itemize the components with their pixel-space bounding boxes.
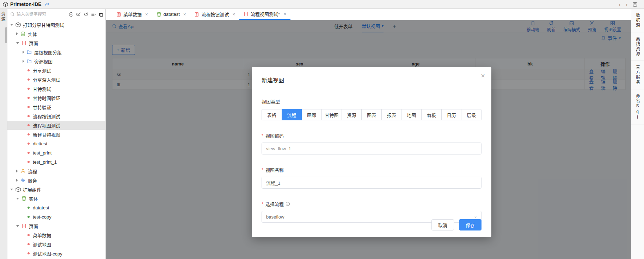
- scrollbar-thumb[interactable]: [5, 27, 7, 43]
- package-icon: [16, 22, 21, 27]
- close-icon[interactable]: ×: [183, 12, 186, 17]
- tree-item-entity-group[interactable]: 实体: [7, 194, 105, 203]
- tree-item-page[interactable]: 甘特测试: [7, 84, 105, 93]
- expand-list-icon[interactable]: [91, 12, 96, 17]
- type-gantt-button[interactable]: 甘特图: [321, 109, 342, 120]
- page-dot-icon: [27, 133, 30, 135]
- cancel-button[interactable]: 取消: [431, 219, 454, 230]
- tree-item-page[interactable]: 测试地图-copy: [7, 249, 105, 258]
- page-dot-icon: [27, 115, 30, 117]
- tree-item-page[interactable]: 菜单数据: [7, 230, 105, 240]
- save-button[interactable]: 保存: [459, 219, 482, 230]
- type-gallery-button[interactable]: 画廊: [301, 109, 322, 120]
- tree-item-page[interactable]: 测试地图: [7, 240, 105, 249]
- tree-item-entity[interactable]: test-copy: [7, 212, 105, 221]
- view-name-input[interactable]: [262, 177, 482, 189]
- dock-tab-third-party[interactable]: 三方服务: [631, 61, 644, 89]
- add-component-icon[interactable]: [76, 12, 81, 17]
- tree-item-project[interactable]: 打印分享甘特图测试: [7, 20, 105, 29]
- view-type-segmented: 表格 流程 画廊 甘特图 资源 图表 报表 地图 看板 日历 层级: [262, 109, 482, 120]
- app-title: Primeton-IDE: [10, 1, 42, 7]
- caret-right-icon[interactable]: [16, 170, 18, 172]
- tree-item-page[interactable]: 新建甘特视图: [7, 130, 105, 139]
- database-icon: [22, 196, 26, 201]
- tree-item-page[interactable]: 甘特验证: [7, 102, 105, 112]
- tree-item-folder[interactable]: 层级视图分组: [7, 48, 105, 57]
- page-dot-icon: [27, 97, 30, 99]
- page-dot-icon: [27, 78, 30, 81]
- page-dot-icon: [27, 234, 30, 236]
- type-report-button[interactable]: 报表: [381, 109, 402, 120]
- tree-item-page[interactable]: test_print: [7, 148, 105, 157]
- caret-right-icon[interactable]: [16, 32, 18, 35]
- flow-icon: [20, 169, 25, 173]
- tree-item-page[interactable]: 分享深入测试: [7, 75, 105, 84]
- dialog-title: 新建视图: [262, 76, 482, 84]
- left-dock-strip: 资源: [0, 9, 7, 259]
- tree-item-page[interactable]: 甘特时间验证: [7, 93, 105, 102]
- tree-item-page[interactable]: test_print_1: [7, 157, 105, 166]
- type-kanban-button[interactable]: 看板: [421, 109, 442, 120]
- chevron-down-icon: ∨: [474, 215, 477, 219]
- tree-item-page[interactable]: 分享测试: [7, 66, 105, 75]
- tab-flow-view-test[interactable]: 流程视图测试* ×: [239, 9, 290, 20]
- tree-item-extension[interactable]: 扩展组件: [7, 185, 105, 194]
- tree-item-page-group[interactable]: 页面: [7, 221, 105, 230]
- close-icon[interactable]: ×: [481, 72, 485, 79]
- folder-icon: [27, 50, 32, 55]
- tab-menu-data[interactable]: 菜单数据 ×: [112, 9, 152, 20]
- type-table-button[interactable]: 表格: [262, 109, 282, 120]
- page-dot-icon: [27, 152, 30, 154]
- dock-tab-offline-resources[interactable]: 离线资源: [631, 32, 644, 61]
- tab-datatest[interactable]: datatest ×: [152, 9, 190, 20]
- tree-item-page[interactable]: dicttest: [7, 139, 105, 148]
- tree-item-flow-group[interactable]: 流程: [7, 166, 105, 176]
- type-flow-button[interactable]: 流程: [282, 109, 302, 120]
- caret-down-icon[interactable]: [16, 42, 19, 44]
- tree-item-page-selected[interactable]: 流程视图测试: [7, 121, 105, 130]
- close-icon[interactable]: ×: [232, 12, 235, 17]
- dock-tab-named-sql[interactable]: 命名Sql: [631, 89, 644, 125]
- dock-tab-datasource[interactable]: 数据源: [631, 9, 644, 32]
- caret-down-icon[interactable]: [10, 189, 13, 190]
- view-code-input[interactable]: [262, 143, 482, 154]
- right-dock-strip: 数据源 离线资源 三方服务 命名Sql: [631, 9, 644, 259]
- tree-item-page[interactable]: 流程按钮测试: [7, 112, 105, 121]
- tab-flow-button-test[interactable]: 流程按钮测试 ×: [190, 9, 239, 20]
- entity-dot-icon: [27, 207, 30, 209]
- folder-icon: [27, 59, 32, 64]
- caret-right-icon[interactable]: [16, 179, 18, 182]
- tree-item-folder[interactable]: 资源视图: [7, 57, 105, 66]
- type-map-button[interactable]: 地图: [401, 109, 422, 120]
- history-back-icon[interactable]: ‹: [616, 1, 623, 7]
- editor-tabbar: 菜单数据 × datatest × 流程按钮测试 × 流程视图测试* ×: [106, 9, 631, 20]
- doc-panel-icon[interactable]: [98, 12, 103, 17]
- close-icon[interactable]: ×: [283, 11, 286, 17]
- tree-item-entity-group[interactable]: 实体: [7, 29, 105, 38]
- caret-down-icon[interactable]: [10, 24, 13, 26]
- tree-item-page-group[interactable]: 页面: [7, 38, 105, 48]
- caret-right-icon[interactable]: [23, 51, 24, 53]
- caret-down-icon[interactable]: [16, 198, 19, 200]
- caret-down-icon[interactable]: [16, 225, 19, 227]
- caret-right-icon[interactable]: [23, 60, 24, 63]
- tree-item-entity[interactable]: datatest: [7, 203, 105, 212]
- type-chart-button[interactable]: 图表: [361, 109, 382, 120]
- gear-icon: [20, 178, 25, 183]
- type-calendar-button[interactable]: 日历: [441, 109, 462, 120]
- resource-sidebar: 打印分享甘特图测试 实体 页面 层级视图分组 资源视图 分享测试 分享深入测试 …: [7, 9, 106, 259]
- type-hierarchy-button[interactable]: 层级: [461, 109, 482, 120]
- app-logo-icon: [3, 2, 8, 7]
- save-icon[interactable]: [632, 2, 638, 7]
- tree-item-service-group[interactable]: 服务: [7, 176, 105, 185]
- history-forward-icon[interactable]: ›: [623, 1, 630, 7]
- close-icon[interactable]: ×: [145, 12, 148, 17]
- search-input[interactable]: [17, 12, 69, 17]
- type-resource-button[interactable]: 资源: [342, 109, 362, 120]
- share-link-icon[interactable]: [44, 2, 50, 7]
- page-dot-icon: [27, 143, 30, 145]
- required-mark: *: [262, 201, 263, 207]
- refresh-icon[interactable]: [84, 12, 88, 17]
- ai-assistant-icon[interactable]: [69, 12, 74, 17]
- dock-tab-resources[interactable]: 资源: [1, 12, 6, 22]
